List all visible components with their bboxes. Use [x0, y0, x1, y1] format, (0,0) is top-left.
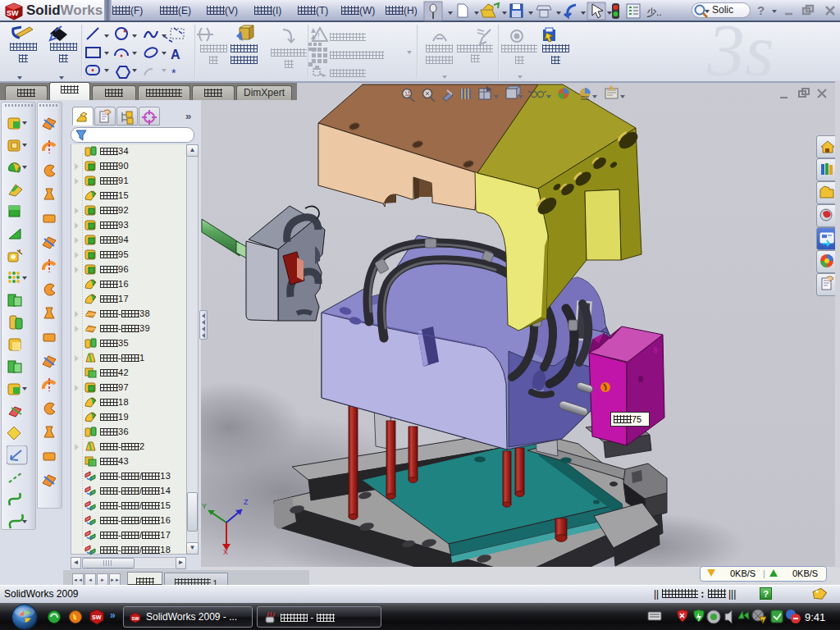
svg-text:!: ! [762, 619, 764, 623]
svg-text:A: A [171, 48, 180, 62]
svg-text:Z: Z [244, 498, 249, 506]
svg-text:SW: SW [7, 9, 19, 17]
svg-text:X: X [223, 548, 228, 556]
svg-text:Y: Y [202, 502, 207, 510]
svg-text:*: * [171, 66, 176, 80]
svg-text:SW: SW [132, 616, 140, 621]
svg-text:SW: SW [92, 614, 102, 620]
svg-text:»: » [110, 609, 116, 621]
svg-text:!: ! [317, 32, 320, 41]
svg-text:少..: 少.. [646, 7, 662, 18]
